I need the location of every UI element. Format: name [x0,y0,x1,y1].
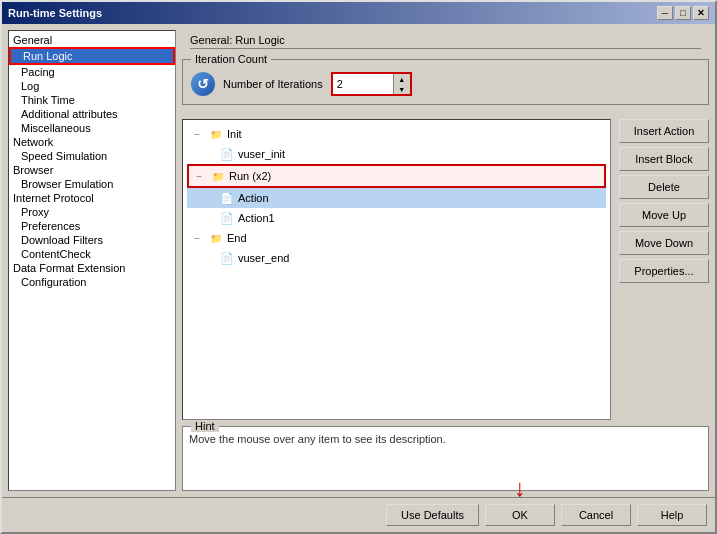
properties-button[interactable]: Properties... [619,259,709,283]
folder-icon-init: 📁 [208,126,224,142]
sidebar-item-content-check[interactable]: ContentCheck [9,247,175,261]
maximize-button[interactable]: □ [675,6,691,20]
tree-item-init[interactable]: – 📁 Init [187,124,606,144]
collapse-icon-end: – [189,230,205,246]
spin-up-button[interactable]: ▲ [394,74,410,84]
tree-item-end[interactable]: – 📁 End [187,228,606,248]
init-label: Init [227,128,242,140]
folder-icon-end: 📁 [208,230,224,246]
sidebar-item-log[interactable]: Log [9,79,175,93]
hint-box: Hint Move the mouse over any item to see… [182,426,709,491]
collapse-icon: – [189,126,205,142]
help-button[interactable]: Help [637,504,707,526]
sidebar-item-think-time[interactable]: Think Time [9,93,175,107]
right-panel: General: Run Logic Iteration Count ↺ Num… [182,30,709,491]
collapse-icon-run: – [191,168,207,184]
sidebar-item-pacing[interactable]: Pacing [9,65,175,79]
iterations-input[interactable] [333,76,393,92]
insert-block-button[interactable]: Insert Block [619,147,709,171]
end-label: End [227,232,247,244]
sidebar-item-network[interactable]: Network [9,135,175,149]
sidebar-item-internet-protocol[interactable]: Internet Protocol [9,191,175,205]
sidebar-item-data-format[interactable]: Data Format Extension [9,261,175,275]
iteration-row: ↺ Number of Iterations ▲ ▼ [191,72,700,96]
window-title: Run-time Settings [8,7,102,19]
iteration-count-title: Iteration Count [191,53,271,65]
ok-button-wrap: ↓ OK [485,504,555,526]
title-bar: Run-time Settings ─ □ ✕ [2,2,715,24]
insert-action-button[interactable]: Insert Action [619,119,709,143]
tree-item-run[interactable]: – 📁 Run (x2) [187,164,606,188]
cancel-button[interactable]: Cancel [561,504,631,526]
sidebar-item-speed-simulation[interactable]: Speed Simulation [9,149,175,163]
minimize-button[interactable]: ─ [657,6,673,20]
left-tree-panel: General Run Logic Pacing Log Think Time … [8,30,176,491]
footer-bar: Use Defaults ↓ OK Cancel Help [2,497,715,532]
move-up-button[interactable]: Move Up [619,203,709,227]
close-button[interactable]: ✕ [693,6,709,20]
sidebar-item-additional-attrs[interactable]: Additional attributes [9,107,175,121]
sidebar-item-browser[interactable]: Browser [9,163,175,177]
run-label: Run (x2) [229,170,271,182]
title-buttons: ─ □ ✕ [657,6,709,20]
sidebar-item-miscellaneous[interactable]: Miscellaneous [9,121,175,135]
sidebar-item-configuration[interactable]: Configuration [9,275,175,289]
action-tree[interactable]: – 📁 Init 📄 vuser_init – 📁 Run (x2) [182,119,611,420]
panel-title: General: Run Logic [190,34,701,49]
hint-text: Move the mouse over any item to see its … [189,433,702,445]
tree-item-action1[interactable]: 📄 Action1 [187,208,606,228]
action-label: Action [238,192,269,204]
ok-button[interactable]: OK [485,504,555,526]
sidebar-item-browser-emulation[interactable]: Browser Emulation [9,177,175,191]
main-content-area: – 📁 Init 📄 vuser_init – 📁 Run (x2) [182,119,709,420]
arrow-indicator: ↓ [514,476,526,500]
tree-item-vuser-end[interactable]: 📄 vuser_end [187,248,606,268]
hint-title: Hint [191,420,219,432]
vuser-init-label: vuser_init [238,148,285,160]
tree-item-vuser-init[interactable]: 📄 vuser_init [187,144,606,164]
content-area: General Run Logic Pacing Log Think Time … [2,24,715,497]
action-buttons-panel: Insert Action Insert Block Delete Move U… [619,119,709,420]
iteration-count-group: Iteration Count ↺ Number of Iterations ▲… [182,59,709,105]
refresh-icon: ↺ [191,72,215,96]
number-input-wrap: ▲ ▼ [331,72,412,96]
vuser-end-label: vuser_end [238,252,289,264]
sidebar-item-preferences[interactable]: Preferences [9,219,175,233]
script-icon-action: 📄 [219,190,235,206]
script-icon-vuser-init: 📄 [219,146,235,162]
script-icon-vuser-end: 📄 [219,250,235,266]
move-down-button[interactable]: Move Down [619,231,709,255]
spin-down-button[interactable]: ▼ [394,84,410,94]
sidebar-item-download-filters[interactable]: Download Filters [9,233,175,247]
tree-item-action[interactable]: 📄 Action [187,188,606,208]
delete-button[interactable]: Delete [619,175,709,199]
action1-label: Action1 [238,212,275,224]
spinner: ▲ ▼ [393,74,410,94]
run-time-settings-window: Run-time Settings ─ □ ✕ General Run Logi… [0,0,717,534]
folder-icon-run: 📁 [210,168,226,184]
script-icon-action1: 📄 [219,210,235,226]
iteration-label: Number of Iterations [223,78,323,90]
sidebar-item-general[interactable]: General [9,33,175,47]
sidebar-item-run-logic[interactable]: Run Logic [9,47,175,65]
sidebar-item-proxy[interactable]: Proxy [9,205,175,219]
panel-header: General: Run Logic [182,30,709,53]
use-defaults-button[interactable]: Use Defaults [386,504,479,526]
